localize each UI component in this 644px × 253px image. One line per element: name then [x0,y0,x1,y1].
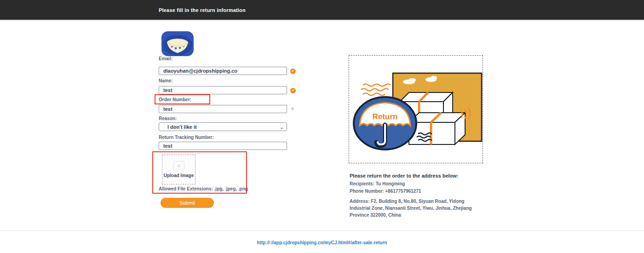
product-image [161,31,194,57]
address-line: Address: F2, Building 8, No.80, Siyuan R… [350,198,486,218]
reason-selected-value: I don't like it [167,124,197,130]
email-field[interactable] [159,67,287,75]
order-number-field[interactable] [159,105,287,113]
bowl-image [161,31,194,57]
header-bar: Please fill in the return information [0,0,644,21]
return-illustration: Return [349,56,483,163]
name-valid-check-icon: ✔ [290,88,296,93]
footer-link[interactable]: http://://app.cjdropshipping.cn/myCJ.htm… [257,240,387,245]
return-illustration-frame: Return [349,55,483,163]
recipients-line: Recipients: Tu Hongming [350,181,405,186]
order-number-label: Order Number: [159,97,191,102]
footer: http://://app.cjdropshipping.cn/myCJ.htm… [0,238,644,246]
upload-image-dropzone[interactable]: + Upload Image [162,155,196,184]
footer-divider [0,230,644,231]
reason-label: Reason: [159,116,177,121]
allowed-extensions-hint: Allowed File Extensions: .jpg, .jpeg, .p… [159,186,248,191]
tracking-number-field[interactable] [159,142,287,150]
return-address-heading: Please return the order to the address b… [350,173,459,178]
email-valid-check-icon: ✔ [290,69,296,74]
chevron-down-icon: ⌄ [280,125,284,129]
add-order-plus-icon[interactable]: + [289,105,296,112]
phone-line: Phone Number: +8617757961271 [350,189,421,194]
illustration-return-text: Return [373,112,398,121]
upload-plus-icon: + [173,161,184,170]
upload-image-label: Upload Image [164,173,194,178]
email-label: Email: [159,56,172,61]
tracking-number-label: Return Tracking Number: [159,135,214,140]
reason-select[interactable]: I don't like it ⌄ [159,122,287,131]
name-label: Name: [159,78,173,83]
submit-button[interactable]: Submit [161,198,214,208]
return-form-page: Please fill in the return information Em… [0,0,644,253]
page-title: Please fill in the return information [159,7,246,13]
name-field[interactable] [159,86,287,94]
